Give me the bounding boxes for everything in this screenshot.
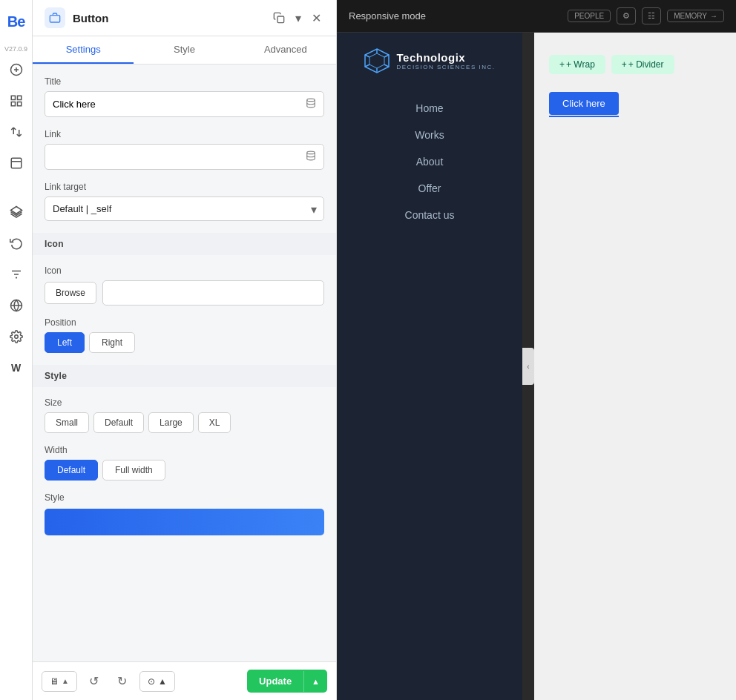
wrap-plus-icon: + — [559, 59, 565, 70]
screenshot-button[interactable]: ⊙ ▲ — [139, 671, 175, 692]
link-db-icon[interactable] — [306, 151, 316, 163]
browse-button[interactable]: Browse — [45, 282, 96, 304]
screenshot-chevron: ▲ — [158, 676, 167, 687]
button-style-preview[interactable] — [45, 509, 324, 535]
brand-sub: DECISION SCIENCES INC. — [396, 64, 495, 70]
collapse-handle[interactable]: ‹ — [522, 348, 534, 385]
title-db-icon[interactable] — [306, 98, 316, 110]
divider-button[interactable]: + + Divider — [611, 55, 674, 74]
width-label: Width — [45, 445, 324, 455]
responsive-mode-label: Responsive mode — [349, 10, 426, 22]
canvas-page: Technologix DECISION SCIENCES INC. Home … — [337, 33, 736, 700]
logo-text: Technologix DECISION SCIENCES INC. — [396, 51, 495, 70]
tab-settings[interactable]: Settings — [33, 36, 134, 64]
svg-point-15 — [14, 335, 18, 339]
nav-item-contact[interactable]: Contact us — [337, 203, 522, 227]
icon-preview — [102, 280, 324, 306]
canvas-actions-row: + + Wrap + + Divider — [549, 55, 674, 74]
panel-header-icon — [45, 7, 65, 28]
undo-button[interactable]: ↺ — [83, 670, 105, 693]
nav-item-about[interactable]: About — [337, 150, 522, 174]
click-here-underline — [549, 116, 619, 117]
settings-icon[interactable] — [4, 324, 29, 349]
version-label: V27.0.9 — [4, 45, 27, 53]
wrap-button[interactable]: + + Wrap — [549, 55, 605, 74]
canvas-area: Responsive mode PEOPLE ⚙ ☷ MEMORY→ — [337, 0, 736, 700]
svg-rect-16 — [50, 16, 59, 22]
svg-point-18 — [307, 99, 315, 102]
wordpress-icon[interactable]: W — [4, 355, 29, 380]
svg-line-26 — [365, 65, 369, 67]
redo-button[interactable]: ↻ — [111, 670, 134, 693]
button-style-group: Style — [45, 492, 324, 535]
position-label: Position — [45, 317, 324, 328]
size-large-button[interactable]: Large — [148, 412, 194, 433]
title-label: Title — [45, 76, 324, 87]
history-icon[interactable] — [4, 231, 29, 256]
screenshot-icon: ⊙ — [148, 676, 155, 687]
close-icon[interactable]: ✕ — [309, 8, 324, 28]
svg-rect-5 — [11, 102, 15, 106]
link-group: Link — [45, 129, 324, 170]
icon-label: Icon — [45, 265, 324, 276]
globe-icon[interactable] — [4, 293, 29, 318]
svg-rect-6 — [17, 102, 21, 106]
title-input-wrapper — [45, 91, 324, 117]
nav-item-offer[interactable]: Offer — [337, 176, 522, 200]
panel-header-actions: ▾ ✕ — [270, 8, 324, 28]
sort-icon[interactable] — [4, 119, 29, 145]
size-small-button[interactable]: Small — [45, 412, 89, 433]
brand-logo: Be — [7, 7, 25, 39]
settings-tool[interactable]: ⚙ — [617, 7, 636, 24]
divider-label: + Divider — [628, 59, 664, 70]
title-input[interactable] — [53, 99, 301, 110]
width-full-button[interactable]: Full width — [102, 460, 165, 481]
divider-plus-icon: + — [622, 59, 627, 70]
wrap-label: + Wrap — [566, 59, 595, 70]
position-group: Position Left Right — [45, 317, 324, 353]
svg-line-24 — [365, 55, 369, 57]
width-button-group: Default Full width — [45, 460, 324, 481]
add-icon[interactable] — [4, 57, 29, 82]
left-sidebar: Be V27.0.9 W — [0, 0, 33, 700]
device-selector[interactable]: 🖥 ▲ — [42, 671, 77, 692]
size-xl-button[interactable]: XL — [198, 412, 231, 433]
layout-icon[interactable] — [4, 88, 29, 113]
canvas-topbar: Responsive mode PEOPLE ⚙ ☷ MEMORY→ — [337, 0, 736, 33]
panel-header: Button ▾ ✕ — [33, 0, 336, 36]
icon-browse-row: Browse — [45, 280, 324, 306]
panel-icon[interactable] — [4, 151, 29, 176]
layers-icon[interactable] — [4, 199, 29, 225]
link-target-group: Link target Default | _self _blank _pare… — [45, 182, 324, 221]
svg-line-25 — [384, 65, 389, 67]
canvas-click-here-container: Click here — [549, 92, 619, 117]
icon-section-header: Icon — [33, 233, 336, 255]
position-left-button[interactable]: Left — [45, 332, 85, 353]
position-toggle-group: Left Right — [45, 332, 324, 353]
svg-marker-21 — [369, 53, 384, 68]
tab-style[interactable]: Style — [134, 36, 234, 64]
update-button[interactable]: Update ▲ — [247, 670, 327, 693]
tab-advanced[interactable]: Advanced — [235, 36, 336, 64]
duplicate-icon[interactable] — [270, 9, 288, 27]
width-default-button[interactable]: Default — [45, 460, 98, 481]
update-arrow-icon[interactable]: ▲ — [303, 671, 327, 692]
link-target-label: Link target — [45, 182, 324, 192]
nav-item-works[interactable]: Works — [337, 123, 522, 147]
position-right-button[interactable]: Right — [89, 332, 135, 353]
link-input[interactable] — [53, 151, 301, 162]
nav-item-home[interactable]: Home — [337, 96, 522, 120]
style-section-header: Style — [33, 365, 336, 387]
dropdown-icon[interactable]: ▾ — [292, 8, 304, 28]
canvas-click-here-button[interactable]: Click here — [549, 92, 619, 115]
link-label: Link — [45, 129, 324, 139]
site-preview: Technologix DECISION SCIENCES INC. Home … — [337, 33, 522, 700]
people-tool[interactable]: PEOPLE — [568, 10, 611, 22]
filter-icon[interactable] — [4, 262, 29, 287]
panel-footer: 🖥 ▲ ↺ ↻ ⊙ ▲ Update ▲ — [33, 661, 336, 700]
site-nav: Home Works About Offer Contact us — [337, 96, 522, 227]
icon-browse-group: Icon Browse — [45, 265, 324, 306]
grid-tool[interactable]: ☷ — [642, 7, 661, 24]
link-target-select[interactable]: Default | _self _blank _parent _top — [45, 197, 324, 221]
size-default-button[interactable]: Default — [93, 412, 144, 433]
